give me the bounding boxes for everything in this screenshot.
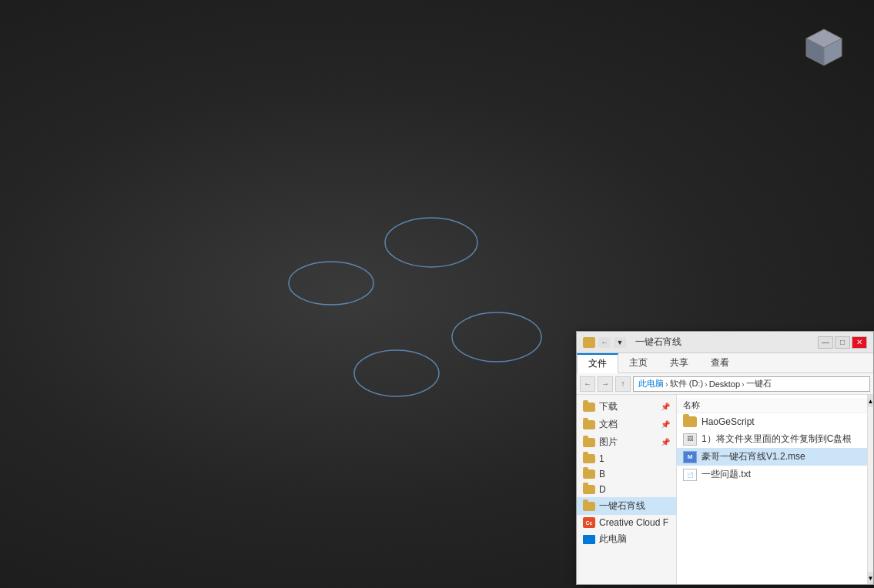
scroll-up-button[interactable]: ▲ (868, 395, 873, 407)
file-list-header: 名称 (677, 398, 867, 413)
file-item-haogescript[interactable]: HaoGeScript (677, 413, 867, 430)
titlebar-folder-icons: ← ▼ (583, 337, 626, 348)
sidebar-item-d[interactable]: D (577, 482, 676, 497)
tab-home[interactable]: 主页 (618, 353, 659, 373)
sidebar-item-pictures[interactable]: 图片 📌 (577, 433, 676, 451)
ellipse-top (385, 218, 477, 267)
sidebar-item-yijianshi[interactable]: 一键石宵线 (577, 497, 676, 515)
sidebar-label-pictures: 图片 (599, 436, 618, 449)
txt-icon: 📄 (683, 469, 697, 481)
sidebar-item-download[interactable]: 下载 📌 (577, 398, 676, 416)
maximize-button[interactable]: □ (835, 336, 850, 349)
scroll-track (868, 407, 873, 572)
ellipse-bottom (354, 350, 439, 396)
ribbon-tabs: 文件 主页 共享 查看 (577, 353, 873, 373)
folder-icon-documents (583, 420, 595, 429)
path-segment-desktop: Desktop (709, 379, 740, 389)
file-item-copy-instruction[interactable]: 🖼 1）将文件夹里面的文件复制到C盘根 (677, 430, 867, 448)
file-item-mse[interactable]: M 豪哥一键石宵线V1.2.mse (677, 448, 867, 466)
sidebar-item-documents[interactable]: 文档 📌 (577, 416, 676, 433)
sidebar-item-this-pc[interactable]: 此电脑 (577, 530, 676, 548)
sidebar-label-yijianshi: 一键石宵线 (599, 499, 645, 513)
back-button[interactable]: ← (580, 376, 595, 392)
sidebar-label-1: 1 (599, 453, 604, 464)
ellipse-left (289, 262, 373, 305)
folder-icon-d (583, 485, 595, 494)
tab-file[interactable]: 文件 (577, 353, 618, 373)
address-path[interactable]: 此电脑 › 软件 (D:) › Desktop › 一键石 (633, 376, 870, 392)
explorer-title: 一键石宵线 (635, 336, 681, 349)
title-folder-icon (583, 337, 595, 348)
folder-icon-haogescript (683, 416, 697, 427)
3d-box-icon (797, 23, 851, 77)
col-header-name: 名称 (683, 399, 861, 411)
file-name-mse: 豪哥一键石宵线V1.2.mse (702, 450, 861, 463)
ellipse-right (452, 312, 541, 362)
minimize-button[interactable]: — (818, 336, 833, 349)
file-name-txt: 一些问题.txt (702, 468, 861, 481)
sidebar: 下载 📌 文档 📌 图片 📌 1 B (577, 395, 677, 584)
folder-icon-pictures (583, 438, 595, 447)
file-explorer-window: ← ▼ 一键石宵线 — □ ✕ 文件 主页 共享 查看 ← → ↑ (576, 331, 874, 585)
folder-icon-1 (583, 454, 595, 463)
folder-icon-yijianshi (583, 502, 595, 511)
img-icon-copy-instruction: 🖼 (683, 433, 697, 446)
path-segment-d: 软件 (D:) (670, 378, 703, 389)
titlebar-controls[interactable]: — □ ✕ (818, 336, 867, 349)
sidebar-label-d: D (599, 484, 606, 495)
tab-share[interactable]: 共享 (659, 353, 700, 373)
folder-icon-b (583, 469, 595, 479)
pin-icon-download: 📌 (661, 403, 670, 411)
sidebar-label-pc: 此电脑 (599, 533, 627, 546)
sidebar-label-download: 下载 (599, 400, 618, 413)
scrollbar[interactable]: ▲ ▼ (867, 395, 873, 584)
file-name-copy-instruction: 1）将文件夹里面的文件复制到C盘根 (702, 433, 861, 446)
title-pin-icon: ▼ (614, 337, 626, 348)
address-bar: ← → ↑ 此电脑 › 软件 (D:) › Desktop › 一键石 (577, 373, 873, 395)
explorer-titlebar: ← ▼ 一键石宵线 — □ ✕ (577, 332, 873, 353)
cc-icon: Cc (583, 517, 595, 528)
scroll-down-button[interactable]: ▼ (868, 572, 873, 584)
sidebar-label-cc: Creative Cloud F (599, 517, 668, 528)
up-button[interactable]: ↑ (615, 376, 631, 392)
pc-icon (583, 535, 595, 544)
sidebar-label-b: B (599, 469, 605, 479)
file-item-txt[interactable]: 📄 一些问题.txt (677, 466, 867, 483)
close-button[interactable]: ✕ (852, 336, 867, 349)
sidebar-item-1[interactable]: 1 (577, 451, 676, 466)
tab-view[interactable]: 查看 (700, 353, 741, 373)
sidebar-item-b[interactable]: B (577, 466, 676, 482)
sidebar-item-creative-cloud[interactable]: Cc Creative Cloud F (577, 515, 676, 530)
sidebar-label-documents: 文档 (599, 418, 618, 431)
title-nav-icon: ← (598, 337, 611, 348)
explorer-body: 下载 📌 文档 📌 图片 📌 1 B (577, 395, 873, 584)
forward-button[interactable]: → (598, 376, 613, 392)
file-list: 名称 HaoGeScript 🖼 1）将文件夹里面的文件复制到C盘根 M 豪哥一… (677, 395, 867, 584)
mse-icon: M (683, 451, 697, 463)
pin-icon-documents: 📌 (661, 420, 670, 429)
file-name-haogescript: HaoGeScript (702, 416, 861, 427)
path-segment-pc: 此电脑 (638, 378, 664, 389)
pin-icon-pictures: 📌 (661, 438, 670, 446)
path-segment-folder: 一键石 (746, 378, 772, 389)
folder-icon-download (583, 403, 595, 412)
